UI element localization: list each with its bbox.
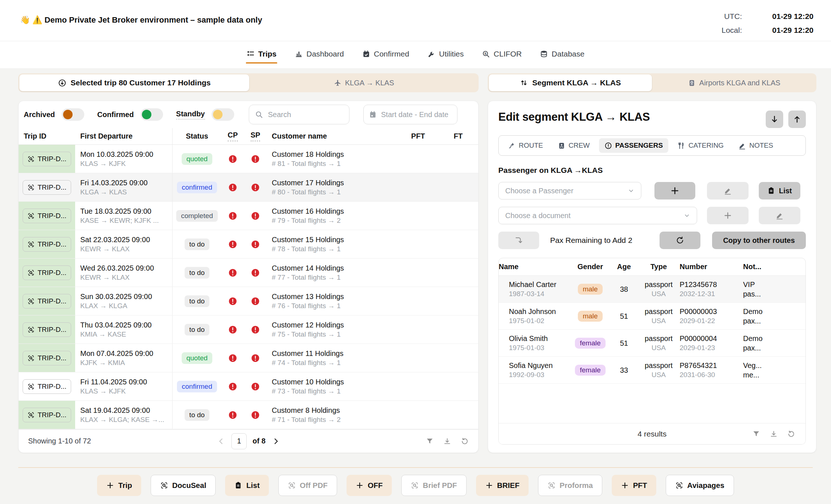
departure-route: KLAX → KLGA; KASE →... [80, 415, 172, 424]
passenger-row[interactable]: Sofia Nguyen1992-09-03 female 33 passpor… [499, 357, 805, 384]
segment-chip[interactable]: Segment KLGA → KLAS [489, 74, 652, 91]
toolbar-button-brief-pdf[interactable]: Brief PDF [401, 475, 466, 496]
chevron-right-icon[interactable] [271, 437, 280, 446]
tab-crew[interactable]: CREW [552, 138, 595, 153]
nav-tab-clifor[interactable]: $CLIFOR [481, 47, 522, 63]
cp-alert-icon[interactable] [228, 155, 237, 163]
copy-to-other-routes-button[interactable]: Copy to other routes [712, 232, 806, 249]
sp-alert-icon[interactable] [251, 297, 260, 306]
move-up-button[interactable] [788, 111, 806, 128]
trip-open-button[interactable]: TRIP-D... [23, 209, 71, 223]
toggle-confirmed[interactable] [140, 108, 163, 121]
sp-alert-icon[interactable] [251, 325, 260, 334]
trip-open-button[interactable]: TRIP-D... [23, 152, 71, 166]
edit-document-button[interactable] [759, 207, 800, 224]
sp-alert-icon[interactable] [251, 411, 260, 419]
trip-open-button[interactable]: TRIP-D... [23, 294, 71, 309]
table-row[interactable]: TRIP-D... Sun 30.03.2025 09:00KLAX → KLG… [19, 287, 478, 315]
filter-icon[interactable] [752, 430, 760, 438]
selected-trip-chip[interactable]: Selected trip 80 Customer 17 Holdings [19, 74, 249, 91]
table-row[interactable]: TRIP-D... Sat 22.03.2025 09:00KEWR → KLA… [19, 230, 478, 259]
tab-route[interactable]: ROUTE [502, 138, 549, 153]
sp-alert-icon[interactable] [251, 354, 260, 363]
sp-alert-icon[interactable] [251, 212, 260, 220]
trip-open-button[interactable]: TRIP-D... [23, 408, 71, 422]
tab-catering[interactable]: CATERING [672, 138, 729, 153]
toolbar-button-docuseal[interactable]: DocuSeal [151, 475, 216, 496]
plus-icon [485, 481, 493, 489]
date-range-picker[interactable]: Start date - End date [363, 105, 457, 124]
cp-alert-icon[interactable] [228, 212, 237, 220]
passenger-row[interactable]: Michael Carter1987-03-14 male 38 passpor… [499, 276, 805, 303]
download-icon[interactable] [770, 430, 778, 438]
cp-alert-icon[interactable] [228, 240, 237, 249]
cp-alert-icon[interactable] [228, 297, 237, 306]
cp-alert-icon[interactable] [228, 325, 237, 334]
table-row[interactable]: TRIP-D... Tue 18.03.2025 09:00KASE → KEW… [19, 202, 478, 230]
tab-passengers[interactable]: PASSENGERS [599, 138, 669, 153]
table-row[interactable]: TRIP-D... Sat 19.04.2025 09:00KLAX → KLG… [19, 401, 478, 429]
sp-alert-icon[interactable] [251, 382, 260, 391]
search-input[interactable] [267, 110, 343, 119]
sp-alert-icon[interactable] [251, 240, 260, 249]
toolbar-button-trip[interactable]: Trip [97, 475, 141, 496]
trip-open-button[interactable]: TRIP-D... [23, 265, 71, 280]
passenger-select[interactable]: Choose a Passenger [498, 182, 641, 199]
table-row[interactable]: TRIP-D... Mon 07.04.2025 09:00KJFK → KMI… [19, 344, 478, 372]
document-select[interactable]: Choose a document [498, 207, 697, 224]
toolbar-button-list[interactable]: List [225, 475, 268, 496]
move-down-button[interactable] [766, 111, 783, 128]
passenger-table-footer: 4 results [499, 423, 805, 444]
nav-tab-database[interactable]: Database [539, 47, 585, 63]
cp-alert-icon[interactable] [228, 382, 237, 391]
toggle-standby[interactable] [212, 108, 234, 121]
trip-route-chip[interactable]: KLGA → KLAS [249, 79, 479, 87]
toolbar-button-off[interactable]: OFF [347, 475, 392, 496]
toolbar-button-brief[interactable]: BRIEF [476, 475, 529, 496]
nav-tab-confirmed[interactable]: Confirmed [362, 47, 410, 63]
move-pax-button[interactable] [498, 232, 539, 249]
nav-tab-utilities[interactable]: Utilities [427, 47, 465, 63]
toolbar-button-aviapages[interactable]: Aviapages [666, 475, 734, 496]
cp-alert-icon[interactable] [228, 268, 237, 277]
toggle-archived[interactable] [62, 108, 84, 121]
download-icon[interactable] [443, 437, 451, 445]
tab-notes[interactable]: NOTES [733, 138, 778, 153]
toolbar-button-pft[interactable]: PFT [612, 475, 656, 496]
passenger-row[interactable]: Noah Johnson1975-01-02 male 51 passportU… [499, 303, 805, 330]
reset-icon[interactable] [461, 437, 469, 445]
airports-chip[interactable]: Airports KLGA and KLAS [652, 79, 816, 87]
trip-open-button[interactable]: TRIP-D... [23, 180, 71, 195]
toolbar-button-proforma[interactable]: Proforma [538, 475, 602, 496]
nav-tab-dashboard[interactable]: Dashboard [294, 47, 345, 63]
trip-open-button[interactable]: TRIP-D... [23, 322, 71, 337]
sp-alert-icon[interactable] [251, 155, 260, 163]
table-row[interactable]: TRIP-D... Thu 03.04.2025 09:00KMIA → KAS… [19, 315, 478, 344]
toolbar-button-off-pdf[interactable]: Off PDF [278, 475, 337, 496]
table-row[interactable]: TRIP-D... Wed 26.03.2025 09:00KEWR → KLA… [19, 259, 478, 287]
table-row[interactable]: TRIP-D... Fri 14.03.2025 09:00KLGA → KLA… [19, 173, 478, 202]
cp-alert-icon[interactable] [228, 183, 237, 192]
passenger-list-button[interactable]: List [759, 182, 800, 199]
add-document-button[interactable] [707, 207, 749, 224]
cp-alert-icon[interactable] [228, 354, 237, 363]
filter-icon[interactable] [426, 437, 434, 445]
sp-alert-icon[interactable] [251, 268, 260, 277]
table-row[interactable]: TRIP-D... Fri 11.04.2025 09:00KLAS → KJF… [19, 372, 478, 401]
trip-open-button[interactable]: TRIP-D... [23, 237, 71, 252]
sp-alert-icon[interactable] [251, 183, 260, 192]
trip-open-button[interactable]: TRIP-D... [23, 351, 71, 365]
search-box[interactable] [249, 105, 349, 124]
refresh-pax-button[interactable] [660, 232, 700, 249]
nav-tab-trips[interactable]: Trips [246, 47, 277, 63]
reset-icon[interactable] [787, 430, 795, 438]
cp-alert-icon[interactable] [228, 411, 237, 419]
chevron-left-icon[interactable] [217, 437, 225, 446]
trip-open-button[interactable]: TRIP-D... [23, 379, 71, 394]
edit-passenger-button[interactable] [707, 182, 749, 199]
page-number-box[interactable]: 1 [231, 433, 247, 449]
passenger-row[interactable]: Olivia Smith1975-01-03 female 51 passpor… [499, 330, 805, 357]
departure-datetime: Sat 22.03.2025 09:00 [80, 235, 172, 244]
add-passenger-button[interactable] [654, 182, 695, 199]
table-row[interactable]: TRIP-D... Mon 10.03.2025 09:00KLAS → KJF… [19, 145, 478, 173]
